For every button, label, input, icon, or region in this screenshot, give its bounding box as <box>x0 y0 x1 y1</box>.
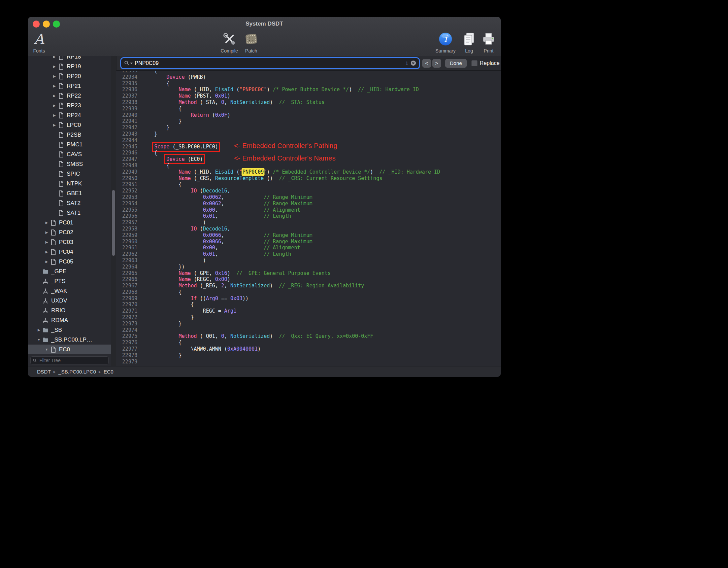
sidebar-item-rp21[interactable]: ▶RP21 <box>28 81 111 91</box>
sidebar-item-uxdv[interactable]: UXDV <box>28 296 111 306</box>
sidebar-item-label: _PTS <box>51 278 66 285</box>
find-input[interactable] <box>134 60 405 67</box>
disclosure-triangle-icon[interactable]: ▶ <box>44 250 49 254</box>
disclosure-triangle-icon[interactable]: ▶ <box>52 74 57 78</box>
sidebar-item-rp20[interactable]: ▶RP20 <box>28 71 111 81</box>
doc-icon <box>58 141 64 148</box>
code-editor[interactable]: 22933 {22934 Device (PWRB)22935 {22936 N… <box>116 71 501 366</box>
disclosure-triangle-icon[interactable]: ▶ <box>36 328 42 332</box>
search-options-caret-icon[interactable] <box>130 63 133 64</box>
disclosure-triangle-icon[interactable]: ▶ <box>44 221 49 224</box>
sidebar-item-rp22[interactable]: ▶RP22 <box>28 91 111 101</box>
search-match-highlight: PNP0C09 <box>242 169 264 175</box>
sidebar-item-pc03[interactable]: ▶PC03 <box>28 237 111 247</box>
sidebar-tree: ▶RP18▶RP19▶RP20▶RP21▶RP22▶RP23▶RP24▶LPC0… <box>28 56 111 354</box>
disclosure-triangle-icon[interactable]: ▶ <box>44 240 49 244</box>
disclosure-triangle-icon[interactable]: ▼ <box>36 338 42 342</box>
sidebar-item-_gpe[interactable]: _GPE <box>28 267 111 276</box>
code-line: 22970 { <box>116 301 501 308</box>
disclosure-triangle-icon[interactable]: ▼ <box>44 348 49 351</box>
sidebar-item-lpc0[interactable]: ▶LPC0 <box>28 120 111 130</box>
sidebar-item-pmc1[interactable]: PMC1 <box>28 140 111 149</box>
sidebar-item-rp23[interactable]: ▶RP23 <box>28 101 111 110</box>
sidebar-item-label: RP24 <box>67 112 81 119</box>
disclosure-triangle-icon[interactable]: ▶ <box>44 260 49 263</box>
disclosure-triangle-icon[interactable]: ▶ <box>52 56 57 59</box>
toolbar-button-patch[interactable]: Patch <box>243 30 259 54</box>
line-number: 22954 <box>116 201 137 207</box>
disclosure-triangle-icon[interactable]: ▶ <box>52 94 57 98</box>
doc-icon <box>50 239 57 246</box>
sidebar-item-p2sb[interactable]: P2SB <box>28 130 111 140</box>
sidebar-item-_sbpc00lp[interactable]: ▼_SB.PC00.LP… <box>28 335 111 345</box>
sidebar-item-_wak[interactable]: _WAK <box>28 286 111 296</box>
sidebar-item-label: PC04 <box>59 249 73 255</box>
toolbar-button-log[interactable]: Log <box>461 30 477 54</box>
filter-input[interactable] <box>39 357 106 363</box>
sidebar-item-rp19[interactable]: ▶RP19 <box>28 62 111 71</box>
sidebar-item-sat1[interactable]: SAT1 <box>28 208 111 218</box>
code-line: 22956 0x01, // Length <box>116 213 501 219</box>
sidebar-item-pc05[interactable]: ▶PC05 <box>28 257 111 267</box>
code-line: 22934 Device (PWRB) <box>116 74 501 80</box>
sidebar-item-_pts[interactable]: _PTS <box>28 276 111 286</box>
toolbar-button-fonts[interactable]: A Fonts <box>33 30 45 54</box>
sidebar-tree-scroll[interactable]: ▶RP18▶RP19▶RP20▶RP21▶RP22▶RP23▶RP24▶LPC0… <box>28 56 111 356</box>
disclosure-triangle-icon[interactable]: ▶ <box>52 104 57 107</box>
doc-icon <box>58 132 64 138</box>
breadcrumb-item-ec0[interactable]: EC0 <box>104 369 113 375</box>
sidebar-item-ntpk[interactable]: NTPK <box>28 179 111 188</box>
sidebar-item-smbs[interactable]: SMBS <box>28 159 111 169</box>
sidebar-item-gbe1[interactable]: GBE1 <box>28 188 111 198</box>
sidebar-item-sat2[interactable]: SAT2 <box>28 198 111 208</box>
toolbar-button-print[interactable]: Print <box>481 30 496 54</box>
doc-icon <box>50 258 57 265</box>
find-previous-button[interactable]: < <box>422 59 431 68</box>
filter-field[interactable] <box>30 356 109 364</box>
code-line: 22953 0x0062, // Range Minimum <box>116 194 501 201</box>
code-line: 22941 } <box>116 118 501 125</box>
line-number: 22974 <box>116 327 137 333</box>
sidebar-item-pc01[interactable]: ▶PC01 <box>28 218 111 227</box>
code-line: 22933 { <box>116 71 501 74</box>
toolbar-button-summary[interactable]: i Summary <box>435 30 456 54</box>
clear-search-icon[interactable] <box>410 60 416 66</box>
line-number: 22949 <box>116 169 137 175</box>
sidebar-item-_sb[interactable]: ▶_SB <box>28 325 111 335</box>
sidebar-item-pc02[interactable]: ▶PC02 <box>28 227 111 237</box>
find-field[interactable]: 1 <box>121 58 419 68</box>
sidebar-item-spic[interactable]: SPIC <box>28 169 111 179</box>
line-number: 22943 <box>116 131 137 137</box>
line-number: 22969 <box>116 295 137 302</box>
replace-checkbox[interactable] <box>471 60 477 66</box>
breadcrumb-item-dsdt[interactable]: DSDT <box>37 369 51 375</box>
toolbar-button-compile[interactable]: Compile <box>221 30 238 54</box>
line-number: 22933 <box>116 71 137 74</box>
toolbar-label: Summary <box>435 48 456 54</box>
find-next-button[interactable]: > <box>432 59 441 68</box>
disclosure-triangle-icon[interactable]: ▶ <box>52 65 57 68</box>
line-number: 22978 <box>116 352 137 359</box>
sidebar-item-ec0[interactable]: ▼EC0 <box>28 345 111 354</box>
line-number: 22950 <box>116 175 137 182</box>
breadcrumb-item-lpc0[interactable]: _SB.PC00.LPC0 <box>58 369 96 375</box>
sidebar-item-cavs[interactable]: CAVS <box>28 149 111 159</box>
done-button[interactable]: Done <box>445 59 467 68</box>
sidebar-item-pc04[interactable]: ▶PC04 <box>28 247 111 257</box>
annotation-text: <- Embedded Controller's Names <box>234 155 336 162</box>
sidebar-item-rp18[interactable]: ▶RP18 <box>28 56 111 62</box>
doc-icon <box>58 210 64 216</box>
disclosure-triangle-icon[interactable]: ▶ <box>52 123 57 127</box>
folder-icon <box>42 336 49 343</box>
disclosure-triangle-icon[interactable]: ▶ <box>44 230 49 234</box>
line-number: 22944 <box>116 137 137 144</box>
sidebar-item-label: RP20 <box>67 73 81 80</box>
sidebar-item-rdma[interactable]: RDMA <box>28 315 111 325</box>
disclosure-triangle-icon[interactable]: ▶ <box>52 113 57 117</box>
disclosure-triangle-icon[interactable]: ▶ <box>52 84 57 88</box>
sidebar-item-rrio[interactable]: RRIO <box>28 306 111 315</box>
sidebar-item-label: _SB.PC00.LP… <box>51 336 92 343</box>
sidebar-scrollbar-thumb[interactable] <box>112 190 115 256</box>
sidebar-item-rp24[interactable]: ▶RP24 <box>28 110 111 120</box>
breadcrumb-separator: ▸ <box>54 369 56 374</box>
